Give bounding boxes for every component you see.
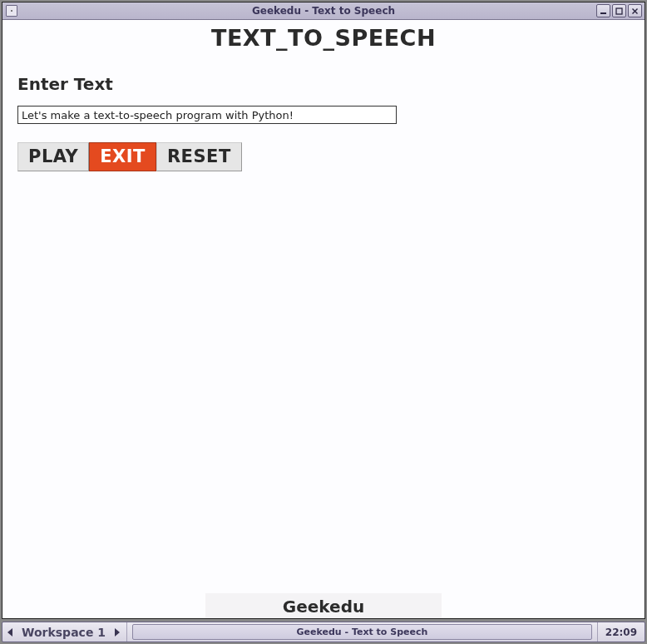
workspace-prev-button[interactable] [6, 626, 16, 639]
close-icon [631, 7, 639, 15]
svg-rect-1 [616, 8, 622, 14]
desktop: Geekedu - Text to Speech TEXT_TO_SPEECH … [0, 0, 647, 644]
window-menu-icon[interactable] [6, 5, 17, 17]
window-controls [596, 4, 642, 17]
titlebar[interactable]: Geekedu - Text to Speech [2, 2, 645, 20]
window-title: Geekedu - Text to Speech [2, 5, 645, 17]
maximize-button[interactable] [612, 4, 626, 17]
chevron-left-icon [7, 628, 14, 637]
app-body: TEXT_TO_SPEECH Enter Text PLAY EXIT RESE… [2, 20, 645, 618]
chevron-right-icon [113, 628, 120, 637]
play-button[interactable]: PLAY [17, 142, 89, 171]
exit-button[interactable]: EXIT [89, 142, 156, 171]
workspace-switcher: Workspace 1 [2, 622, 127, 642]
taskbar: Workspace 1 Geekedu - Text to Speech 22:… [2, 622, 645, 642]
footer-brand: Geekedu [205, 593, 442, 618]
app-window: Geekedu - Text to Speech TEXT_TO_SPEECH … [2, 2, 645, 619]
button-row: PLAY EXIT RESET [17, 142, 630, 171]
taskbar-clock: 22:09 [597, 622, 645, 642]
minimize-icon [600, 7, 607, 15]
workspace-label: Workspace 1 [19, 626, 108, 639]
page-title: TEXT_TO_SPEECH [17, 25, 630, 51]
maximize-icon [615, 7, 623, 15]
reset-button[interactable]: RESET [156, 142, 242, 171]
workspace-next-button[interactable] [111, 626, 121, 639]
text-input[interactable] [17, 106, 397, 124]
close-button[interactable] [628, 4, 642, 17]
svg-marker-5 [115, 628, 120, 637]
minimize-button[interactable] [596, 4, 610, 17]
input-label: Enter Text [17, 74, 630, 94]
svg-rect-0 [600, 12, 606, 14]
svg-marker-4 [7, 628, 12, 637]
taskbar-entry[interactable]: Geekedu - Text to Speech [132, 624, 592, 640]
